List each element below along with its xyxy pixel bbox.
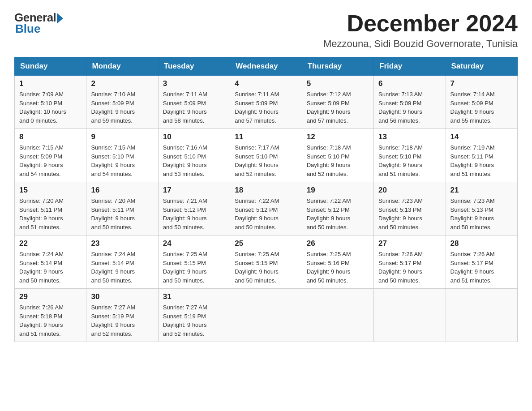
day-number: 18: [235, 186, 297, 195]
day-info: Sunrise: 7:13 AM Sunset: 5:09 PM Dayligh…: [378, 90, 441, 125]
day-info: Sunrise: 7:25 AM Sunset: 5:16 PM Dayligh…: [307, 250, 369, 285]
day-info: Sunrise: 7:10 AM Sunset: 5:09 PM Dayligh…: [91, 90, 153, 125]
day-number: 10: [163, 133, 225, 141]
logo-arrow-icon: [57, 13, 63, 24]
day-number: 22: [19, 239, 82, 248]
day-info: Sunrise: 7:15 AM Sunset: 5:10 PM Dayligh…: [91, 143, 153, 178]
day-info: Sunrise: 7:15 AM Sunset: 5:09 PM Dayligh…: [19, 143, 82, 178]
day-number: 21: [450, 186, 513, 195]
day-info: Sunrise: 7:11 AM Sunset: 5:09 PM Dayligh…: [235, 90, 297, 125]
calendar-cell: 31 Sunrise: 7:27 AM Sunset: 5:19 PM Dayl…: [158, 289, 230, 342]
day-info: Sunrise: 7:12 AM Sunset: 5:09 PM Dayligh…: [307, 90, 369, 125]
calendar-cell: 7 Sunrise: 7:14 AM Sunset: 5:09 PM Dayli…: [446, 76, 517, 129]
month-title: December 2024: [323, 11, 518, 36]
weekday-header-row: SundayMondayTuesdayWednesdayThursdayFrid…: [15, 57, 518, 76]
day-info: Sunrise: 7:11 AM Sunset: 5:09 PM Dayligh…: [163, 90, 225, 125]
day-number: 17: [163, 186, 225, 195]
calendar-cell: 8 Sunrise: 7:15 AM Sunset: 5:09 PM Dayli…: [15, 129, 86, 182]
page-header: General Blue December 2024 Mezzouna, Sid…: [14, 11, 518, 50]
day-number: 3: [163, 79, 225, 88]
day-number: 4: [235, 79, 297, 88]
day-number: 24: [163, 239, 225, 248]
day-info: Sunrise: 7:23 AM Sunset: 5:13 PM Dayligh…: [450, 197, 513, 231]
day-number: 12: [307, 133, 369, 141]
day-info: Sunrise: 7:27 AM Sunset: 5:19 PM Dayligh…: [163, 303, 225, 338]
calendar-cell: 25 Sunrise: 7:25 AM Sunset: 5:15 PM Dayl…: [230, 235, 302, 289]
calendar-cell: 6 Sunrise: 7:13 AM Sunset: 5:09 PM Dayli…: [374, 76, 446, 129]
day-number: 2: [91, 79, 153, 88]
week-row-1: 1 Sunrise: 7:09 AM Sunset: 5:10 PM Dayli…: [15, 76, 518, 129]
day-number: 31: [163, 292, 225, 301]
logo-blue-text: Blue: [15, 22, 40, 36]
logo: General Blue: [14, 11, 63, 36]
calendar-cell: 23 Sunrise: 7:24 AM Sunset: 5:14 PM Dayl…: [86, 235, 158, 289]
calendar-cell: 10 Sunrise: 7:16 AM Sunset: 5:10 PM Dayl…: [158, 129, 230, 182]
title-area: December 2024 Mezzouna, Sidi Bouzid Gove…: [323, 11, 518, 50]
calendar-cell: 15 Sunrise: 7:20 AM Sunset: 5:11 PM Dayl…: [15, 182, 86, 235]
weekday-header-sunday: Sunday: [15, 57, 86, 76]
calendar-cell: 3 Sunrise: 7:11 AM Sunset: 5:09 PM Dayli…: [158, 76, 230, 129]
day-number: 7: [450, 79, 513, 88]
day-number: 27: [378, 239, 441, 248]
day-info: Sunrise: 7:25 AM Sunset: 5:15 PM Dayligh…: [235, 250, 297, 285]
day-number: 14: [450, 133, 513, 141]
weekday-header-tuesday: Tuesday: [158, 57, 230, 76]
calendar-cell: 27 Sunrise: 7:26 AM Sunset: 5:17 PM Dayl…: [374, 235, 446, 289]
calendar-cell: 21 Sunrise: 7:23 AM Sunset: 5:13 PM Dayl…: [446, 182, 517, 235]
calendar-cell: 12 Sunrise: 7:18 AM Sunset: 5:10 PM Dayl…: [302, 129, 373, 182]
calendar-cell: 26 Sunrise: 7:25 AM Sunset: 5:16 PM Dayl…: [302, 235, 373, 289]
day-info: Sunrise: 7:23 AM Sunset: 5:13 PM Dayligh…: [378, 197, 441, 231]
calendar-cell: 4 Sunrise: 7:11 AM Sunset: 5:09 PM Dayli…: [230, 76, 302, 129]
day-info: Sunrise: 7:18 AM Sunset: 5:10 PM Dayligh…: [378, 143, 441, 178]
calendar-cell: 29 Sunrise: 7:26 AM Sunset: 5:18 PM Dayl…: [15, 289, 86, 342]
day-info: Sunrise: 7:20 AM Sunset: 5:11 PM Dayligh…: [19, 197, 82, 231]
calendar-cell: 5 Sunrise: 7:12 AM Sunset: 5:09 PM Dayli…: [302, 76, 373, 129]
day-number: 6: [378, 79, 441, 88]
calendar-cell: 24 Sunrise: 7:25 AM Sunset: 5:15 PM Dayl…: [158, 235, 230, 289]
day-number: 5: [307, 79, 369, 88]
calendar-cell: 13 Sunrise: 7:18 AM Sunset: 5:10 PM Dayl…: [374, 129, 446, 182]
day-info: Sunrise: 7:24 AM Sunset: 5:14 PM Dayligh…: [91, 250, 153, 285]
weekday-header-friday: Friday: [374, 57, 446, 76]
day-number: 25: [235, 239, 297, 248]
day-number: 16: [91, 186, 153, 195]
day-info: Sunrise: 7:17 AM Sunset: 5:10 PM Dayligh…: [235, 143, 297, 178]
calendar-cell: 1 Sunrise: 7:09 AM Sunset: 5:10 PM Dayli…: [15, 76, 86, 129]
calendar-cell: [230, 289, 302, 342]
weekday-header-monday: Monday: [86, 57, 158, 76]
day-number: 30: [91, 292, 153, 301]
day-info: Sunrise: 7:19 AM Sunset: 5:11 PM Dayligh…: [450, 143, 513, 178]
calendar-table: SundayMondayTuesdayWednesdayThursdayFrid…: [14, 57, 518, 342]
day-info: Sunrise: 7:21 AM Sunset: 5:12 PM Dayligh…: [163, 197, 225, 231]
week-row-3: 15 Sunrise: 7:20 AM Sunset: 5:11 PM Dayl…: [15, 182, 518, 235]
weekday-header-thursday: Thursday: [302, 57, 373, 76]
day-info: Sunrise: 7:26 AM Sunset: 5:18 PM Dayligh…: [19, 303, 82, 338]
week-row-4: 22 Sunrise: 7:24 AM Sunset: 5:14 PM Dayl…: [15, 235, 518, 289]
day-number: 19: [307, 186, 369, 195]
day-number: 20: [378, 186, 441, 195]
calendar-cell: 18 Sunrise: 7:22 AM Sunset: 5:12 PM Dayl…: [230, 182, 302, 235]
day-number: 1: [19, 79, 82, 88]
day-number: 15: [19, 186, 82, 195]
day-info: Sunrise: 7:25 AM Sunset: 5:15 PM Dayligh…: [163, 250, 225, 285]
calendar-cell: 20 Sunrise: 7:23 AM Sunset: 5:13 PM Dayl…: [374, 182, 446, 235]
calendar-cell: 16 Sunrise: 7:20 AM Sunset: 5:11 PM Dayl…: [86, 182, 158, 235]
day-number: 28: [450, 239, 513, 248]
day-number: 9: [91, 133, 153, 141]
day-number: 26: [307, 239, 369, 248]
calendar-cell: 30 Sunrise: 7:27 AM Sunset: 5:19 PM Dayl…: [86, 289, 158, 342]
day-info: Sunrise: 7:22 AM Sunset: 5:12 PM Dayligh…: [235, 197, 297, 231]
day-number: 8: [19, 133, 82, 141]
calendar-cell: [374, 289, 446, 342]
day-info: Sunrise: 7:14 AM Sunset: 5:09 PM Dayligh…: [450, 90, 513, 125]
day-number: 23: [91, 239, 153, 248]
calendar-cell: 22 Sunrise: 7:24 AM Sunset: 5:14 PM Dayl…: [15, 235, 86, 289]
calendar-cell: 14 Sunrise: 7:19 AM Sunset: 5:11 PM Dayl…: [446, 129, 517, 182]
day-info: Sunrise: 7:09 AM Sunset: 5:10 PM Dayligh…: [19, 90, 82, 125]
calendar-cell: 28 Sunrise: 7:26 AM Sunset: 5:17 PM Dayl…: [446, 235, 517, 289]
weekday-header-wednesday: Wednesday: [230, 57, 302, 76]
day-info: Sunrise: 7:20 AM Sunset: 5:11 PM Dayligh…: [91, 197, 153, 231]
day-number: 29: [19, 292, 82, 301]
calendar-cell: [446, 289, 517, 342]
day-info: Sunrise: 7:26 AM Sunset: 5:17 PM Dayligh…: [450, 250, 513, 285]
